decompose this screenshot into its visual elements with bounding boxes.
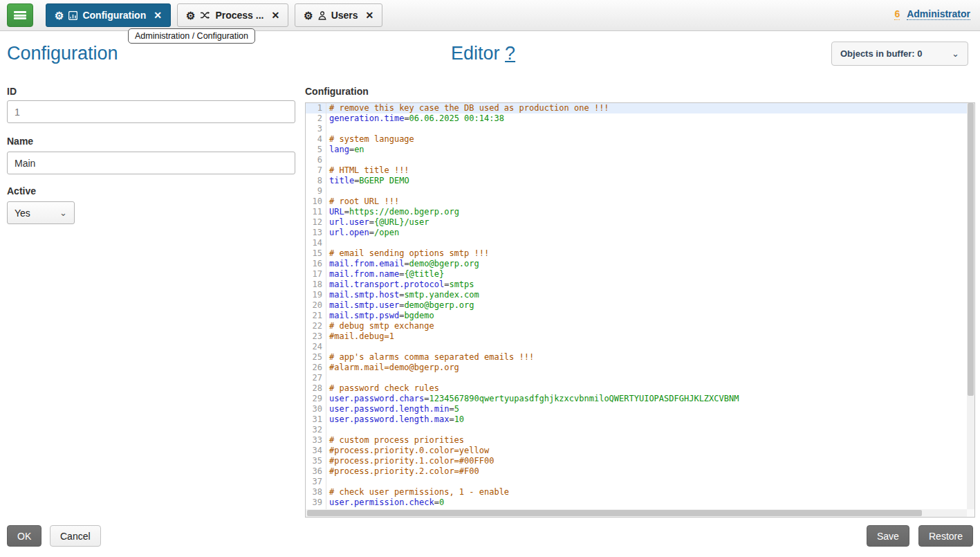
code-line[interactable]: 18mail.transport.protocol=smtps [306, 280, 967, 290]
tab-tooltip: Administration / Configuration [128, 28, 255, 44]
name-field[interactable] [7, 152, 295, 174]
code-line[interactable]: 2generation.time=06.06.2025 00:14:38 [306, 113, 967, 124]
code-line[interactable]: 32 [306, 425, 967, 435]
code-line[interactable]: 4# system language [306, 134, 967, 145]
code-line[interactable]: 34#process.priority.0.color=yellow [306, 446, 967, 456]
objects-in-buffer-dropdown[interactable]: Objects in buffer: 0 ⌄ [831, 42, 968, 66]
id-field[interactable] [7, 100, 295, 123]
line-number: 35 [306, 456, 326, 466]
cancel-button[interactable]: Cancel [50, 525, 101, 547]
close-icon[interactable]: ✕ [271, 10, 279, 21]
active-select[interactable]: Yes ⌄ [7, 201, 75, 224]
code-line[interactable]: 11URL=https://demo.bgerp.org [306, 207, 967, 217]
code-line[interactable]: 38# check user permissions, 1 - enable [306, 487, 967, 497]
code-line[interactable]: 30user.password.length.min=5 [306, 404, 967, 414]
code-line[interactable]: 10# root URL !!! [306, 197, 967, 207]
code-line[interactable]: 8title=BGERP DEMO [306, 176, 967, 186]
close-icon[interactable]: ✕ [366, 10, 374, 21]
code-line[interactable]: 29user.password.chars=1234567890qwertyup… [306, 394, 967, 404]
line-content: #process.priority.1.color=#00FF00 [326, 456, 494, 466]
code-line[interactable]: 31user.password.length.max=10 [306, 414, 967, 425]
help-link[interactable]: ? [505, 43, 515, 64]
line-number: 34 [306, 446, 326, 456]
close-icon[interactable]: ✕ [154, 10, 162, 21]
ok-button[interactable]: OK [7, 525, 41, 547]
code-line[interactable]: 5lang=en [306, 145, 967, 155]
hamburger-icon [14, 11, 26, 19]
code-line[interactable]: 7# HTML title !!! [306, 165, 967, 176]
code-line[interactable]: 3 [306, 124, 967, 134]
code-line[interactable]: 9 [306, 186, 967, 197]
code-line[interactable]: 13url.open=/open [306, 228, 967, 238]
code-line[interactable]: 16mail.from.email=demo@bgerp.org [306, 259, 967, 269]
code-line[interactable]: 25# app's alarms comma separated emails … [306, 352, 967, 363]
code-line[interactable]: 12url.user={@URL}/user [306, 217, 967, 228]
line-content: mail.smtp.pswd=bgdemo [326, 311, 434, 321]
code-line[interactable]: 6 [306, 155, 967, 165]
line-content: # password check rules [326, 383, 439, 394]
line-content: mail.from.name={@title} [326, 269, 444, 280]
line-content: #alarm.mail=demo@bgerp.org [326, 363, 459, 373]
scrollbar-corner [967, 509, 974, 517]
notification-count-link[interactable]: 6 [894, 8, 900, 20]
code-line[interactable]: 24 [306, 342, 967, 352]
code-line[interactable]: 1# remove this key case the DB used as p… [306, 103, 967, 113]
buffer-dropdown-label: Objects in buffer: 0 [840, 48, 922, 59]
line-content: mail.from.email=demo@bgerp.org [326, 259, 479, 269]
vertical-scrollbar[interactable] [967, 103, 974, 509]
code-line[interactable]: 28# password check rules [306, 383, 967, 394]
line-content: generation.time=06.06.2025 00:14:38 [326, 113, 504, 124]
line-number: 19 [306, 290, 326, 300]
line-content: # root URL !!! [326, 197, 399, 207]
line-content: url.user={@URL}/user [326, 217, 429, 228]
code-line[interactable]: 21mail.smtp.pswd=bgdemo [306, 311, 967, 321]
save-button[interactable]: Save [867, 525, 909, 547]
code-line[interactable]: 17mail.from.name={@title} [306, 269, 967, 280]
line-content: mail.smtp.host=smtp.yandex.com [326, 290, 479, 300]
line-content [326, 373, 334, 383]
code-line[interactable]: 26#alarm.mail=demo@bgerp.org [306, 363, 967, 373]
code-line[interactable]: 23#mail.debug=1 [306, 331, 967, 342]
line-content: URL=https://demo.bgerp.org [326, 207, 459, 217]
tab-process[interactable]: ⚙Process ...✕ [177, 3, 288, 27]
code-lines[interactable]: 1# remove this key case the DB used as p… [306, 103, 967, 509]
code-line[interactable]: 33# custom process priorities [306, 435, 967, 446]
page-title: Configuration [7, 43, 118, 64]
line-number: 37 [306, 477, 326, 487]
code-line[interactable]: 19mail.smtp.host=smtp.yandex.com [306, 290, 967, 300]
code-line[interactable]: 14 [306, 238, 967, 248]
line-content: #process.priority.0.color=yellow [326, 446, 489, 456]
active-label: Active [7, 185, 36, 197]
shuffle-icon [200, 11, 210, 19]
code-line[interactable]: 35#process.priority.1.color=#00FF00 [306, 456, 967, 466]
code-line[interactable]: 15# email sending options smtp !!! [306, 248, 967, 259]
tab-configuration[interactable]: ⚙Configuration✕ [46, 3, 171, 27]
line-number: 17 [306, 269, 326, 280]
code-line[interactable]: 37 [306, 477, 967, 487]
code-line[interactable]: 39user.permission.check=0 [306, 497, 967, 508]
restore-button[interactable]: Restore [918, 525, 973, 547]
current-user-link[interactable]: Administrator [907, 8, 970, 20]
line-number: 26 [306, 363, 326, 373]
line-number: 12 [306, 217, 326, 228]
code-line[interactable]: 36#process.priority.2.color=#F00 [306, 466, 967, 477]
line-number: 13 [306, 228, 326, 238]
line-content: user.password.length.min=5 [326, 404, 459, 414]
line-content: user.permission.check=0 [326, 497, 444, 508]
horizontal-scrollbar[interactable] [306, 509, 967, 517]
line-number: 16 [306, 259, 326, 269]
line-number: 22 [306, 321, 326, 331]
line-number: 8 [306, 176, 326, 186]
tab-users[interactable]: ⚙Users✕ [295, 3, 382, 27]
code-line[interactable]: 27 [306, 373, 967, 383]
top-bar: ⚙Configuration✕⚙Process ...✕⚙Users✕ 6 Ad… [0, 0, 980, 31]
code-line[interactable]: 20mail.smtp.user=demo@bgerp.org [306, 300, 967, 311]
code-line[interactable]: 22# debug smtp exchange [306, 321, 967, 331]
line-content: # remove this key case the DB used as pr… [326, 103, 609, 113]
line-number: 33 [306, 435, 326, 446]
line-number: 30 [306, 404, 326, 414]
line-number: 24 [306, 342, 326, 352]
configuration-code-editor[interactable]: 1# remove this key case the DB used as p… [305, 102, 975, 518]
line-content [326, 155, 334, 165]
main-menu-button[interactable] [7, 3, 33, 27]
